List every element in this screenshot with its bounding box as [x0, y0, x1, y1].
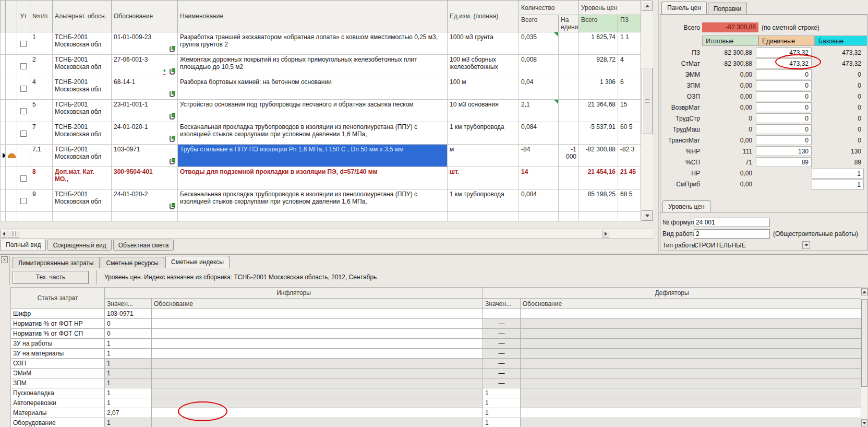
price-total-cell[interactable]: 928,72 [579, 55, 618, 77]
column-header-qty-total[interactable]: Всего [519, 15, 559, 32]
alt-justification-cell[interactable]: ТСНБ-2001 Московская обл [53, 145, 112, 167]
work-name-cell[interactable]: Устройство основания под трубопроводы пе… [178, 100, 448, 122]
inflator-justification-cell[interactable] [152, 359, 483, 369]
row-number-cell[interactable]: 9 [30, 189, 53, 212]
price-total-cell[interactable]: 85 198,25 [579, 189, 618, 212]
work-name-cell[interactable]: Разработка траншей экскаватором «обратна… [178, 32, 448, 55]
qty-total-cell[interactable]: 0,035 [519, 32, 559, 55]
view-tab[interactable]: Объектная смета [113, 240, 174, 251]
price-total-cell[interactable]: -5 537,91 [579, 122, 618, 145]
deflator-value-cell[interactable] [483, 309, 521, 319]
deflator-value-cell[interactable]: — [483, 369, 521, 378]
alt-justification-cell[interactable]: ТСНБ-2001 Московская обл [53, 122, 112, 145]
inflator-value-cell[interactable]: 103-0971 [105, 309, 152, 319]
inflator-value-cell[interactable]: 1 [105, 359, 152, 369]
column-header-infl-value[interactable]: Значен... [105, 299, 152, 309]
price-pz-cell[interactable]: 15 [618, 100, 641, 122]
estimate-row[interactable]: 1 ТСНБ-2001 Московская обл 01-01-009-23 … [1, 32, 641, 55]
deflator-justification-cell[interactable] [521, 329, 861, 339]
price-edin-input[interactable]: 0 [756, 124, 812, 134]
work-name-cell[interactable]: Отводы для подземной прокладки в изоляци… [178, 167, 448, 189]
scroll-up-button[interactable] [861, 288, 867, 295]
deflator-value-cell[interactable]: 1 [483, 388, 521, 398]
deflator-justification-cell[interactable] [521, 408, 861, 418]
deflator-justification-cell[interactable] [521, 388, 861, 398]
inflator-value-cell[interactable]: 0 [105, 329, 152, 339]
index-row[interactable]: Шифр 103-0971 [11, 309, 861, 319]
price-edin-input[interactable]: 473,32 [756, 58, 812, 68]
unit-cell[interactable]: 1000 м3 грунта [448, 32, 519, 55]
index-row[interactable]: ЗУ на материалы 1 — [11, 349, 861, 359]
price-edin-input[interactable]: 89 [756, 157, 812, 167]
vertical-scroll-thumb[interactable] [642, 68, 653, 134]
price-pz-cell[interactable]: 4 [618, 55, 641, 77]
qty-total-cell[interactable]: 0,084 [519, 189, 559, 212]
deflator-justification-cell[interactable] [521, 418, 861, 427]
qty-per-unit-cell[interactable] [559, 122, 579, 145]
scroll-right-button[interactable] [602, 230, 609, 238]
price-pz-cell[interactable]: -82 3 [618, 145, 641, 167]
qty-total-cell[interactable]: 14 [519, 167, 559, 189]
work-name-cell[interactable]: Трубы стальные в ППУ ПЭ изоляции Pn 1,6 … [178, 145, 448, 167]
bottom-tab[interactable]: Сметные ресурсы [101, 257, 164, 268]
column-group-price-level[interactable]: Уровень цен [579, 1, 641, 15]
justification-cell[interactable]: 103-0971 +− [112, 145, 178, 167]
alt-justification-cell[interactable]: ТСНБ-2001 Московская обл [53, 100, 112, 122]
row-number-cell[interactable]: 5 [30, 100, 53, 122]
qty-total-cell[interactable]: 0,04 [519, 77, 559, 100]
grid-vertical-scrollbar[interactable] [641, 0, 653, 221]
price-edin-input[interactable]: 0 [756, 135, 812, 145]
deflator-value-cell[interactable]: — [483, 319, 521, 329]
approve-checkbox[interactable] [20, 175, 27, 182]
inflator-value-cell[interactable]: 1 [105, 398, 152, 408]
panel-splitter[interactable] [653, 0, 658, 253]
work-type-dropdown-button[interactable] [802, 241, 810, 249]
scroll-down-button[interactable] [861, 419, 867, 426]
formula-input[interactable] [694, 218, 770, 227]
column-header-infl-justification[interactable]: Обоснование [152, 299, 483, 309]
estimate-row[interactable]: 2 ТСНБ-2001 Московская обл 27-06-001-3 +… [1, 55, 641, 77]
inflator-justification-cell[interactable] [152, 418, 483, 427]
price-pz-cell[interactable]: 1 1 [618, 32, 641, 55]
price-pz-cell[interactable]: 6 [618, 77, 641, 100]
index-row[interactable]: Норматив % от ФОТ СП 0 — [11, 329, 861, 339]
horizontal-scroll-thumb[interactable] [8, 230, 19, 238]
index-row[interactable]: Материалы 2,07 1 [11, 408, 861, 418]
approve-checkbox[interactable] [20, 198, 27, 204]
approve-checkbox[interactable] [20, 108, 27, 114]
deflator-justification-cell[interactable] [521, 369, 861, 378]
price-pz-cell[interactable]: 21 45 [618, 167, 641, 189]
column-header-defl-justification[interactable]: Обоснование [521, 299, 861, 309]
close-panel-button[interactable]: x [1, 256, 8, 263]
price-edin-input[interactable]: 473,32 [756, 48, 812, 57]
index-row[interactable]: Норматив % от ФОТ НР 0 — [11, 319, 861, 329]
qty-per-unit-cell[interactable] [559, 55, 579, 77]
inflator-value-cell[interactable]: 1 [105, 369, 152, 378]
estimate-row[interactable]: 4 ТСНБ-2001 Московская обл 68-14-1 +− Ра… [1, 77, 641, 100]
price-edin-input[interactable]: 0 [756, 91, 812, 101]
vertical-scroll-thumb[interactable] [861, 299, 867, 387]
inflator-value-cell[interactable]: 2,07 [105, 408, 152, 418]
qty-per-unit-cell[interactable] [559, 167, 579, 189]
work-name-cell[interactable]: Бесканальная прокладка трубопроводов в и… [178, 189, 448, 212]
justification-cell[interactable]: 24-01-020-1 +− [112, 122, 178, 145]
price-panel-tab[interactable]: Поправки [708, 3, 747, 14]
index-row[interactable]: Автоперевозки 1 1 [11, 398, 861, 408]
price-total-cell[interactable]: 1 625,74 [579, 32, 618, 55]
deflator-justification-cell[interactable] [521, 319, 861, 329]
column-group-deflators[interactable]: Дефляторы [483, 288, 861, 299]
inflator-value-cell[interactable]: 1 [105, 349, 152, 359]
price-panel-tab[interactable]: Панель цен [661, 2, 707, 14]
qty-per-unit-cell[interactable] [559, 100, 579, 122]
index-row[interactable]: Оборудование 1 1 [11, 418, 861, 427]
price-edin-input[interactable]: 130 [756, 146, 812, 156]
scroll-left-button[interactable] [1, 230, 7, 238]
inflator-justification-cell[interactable] [152, 388, 483, 398]
row-number-cell[interactable]: 2 [30, 55, 53, 77]
column-header-price-total[interactable]: Всего [579, 15, 618, 32]
qty-total-cell[interactable]: 0,084 [519, 122, 559, 145]
price-total-cell[interactable]: 21 454,16 [579, 167, 618, 189]
inflator-justification-cell[interactable] [152, 309, 483, 319]
work-name-cell[interactable]: Разборка бортовых камней: на бетонном ос… [178, 77, 448, 100]
justification-cell[interactable]: 27-06-001-3 +− [112, 55, 178, 77]
